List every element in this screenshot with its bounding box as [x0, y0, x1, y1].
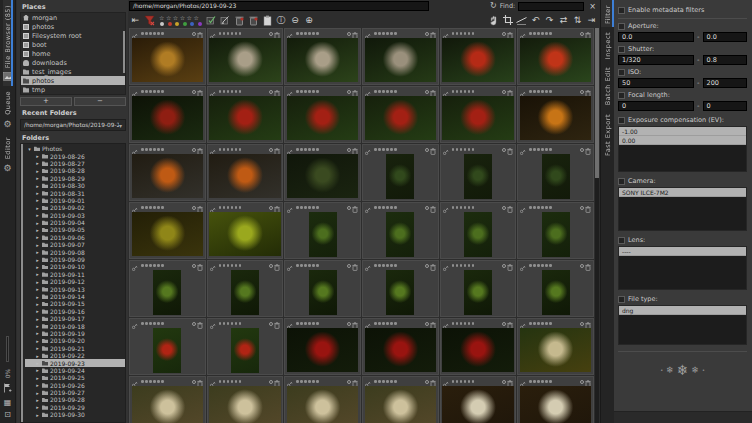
expander-icon[interactable]: ▸ [35, 316, 40, 322]
rating-dot-icon[interactable] [145, 148, 148, 151]
rating-dot-icon[interactable] [227, 148, 230, 151]
folder-item-2019-09-16[interactable]: ▸2019-09-16 [25, 308, 125, 315]
rating-dot-icon[interactable] [153, 264, 156, 267]
rating-dot-icon[interactable] [161, 32, 164, 35]
thumbnail-cell[interactable] [362, 318, 439, 375]
folder-item-2019-09-15[interactable]: ▸2019-09-15 [25, 300, 125, 307]
color-label-icon[interactable] [502, 380, 506, 384]
rating-dot-icon[interactable] [541, 322, 544, 325]
thumbnail-cell[interactable] [284, 28, 361, 85]
rating-dot-icon[interactable] [239, 32, 242, 35]
rating-dot-icon[interactable] [468, 206, 471, 209]
rating-dot-icon[interactable] [145, 206, 148, 209]
flip-horizontal-icon[interactable]: ⇄ [558, 14, 569, 27]
place-item-photos[interactable]: photos [21, 76, 125, 85]
place-item-downloads[interactable]: downloads [21, 58, 125, 67]
rating-dot-icon[interactable] [304, 90, 307, 93]
folder-item-2019-09-11[interactable]: ▸2019-09-11 [25, 271, 125, 278]
rating-dot-icon[interactable] [541, 90, 544, 93]
rank-star-icon[interactable]: ☆ [166, 15, 171, 21]
rating-dot-icon[interactable] [296, 380, 299, 383]
rating-dot-icon[interactable] [390, 322, 393, 325]
rating-dots[interactable] [452, 380, 475, 383]
rating-dot-icon[interactable] [231, 32, 234, 35]
rating-dot-icon[interactable] [460, 264, 463, 267]
rating-dot-icon[interactable] [533, 264, 536, 267]
rating-dot-icon[interactable] [308, 206, 311, 209]
tab-file-browser[interactable]: File Browser (85) [3, 0, 13, 86]
color-label-icon[interactable] [347, 380, 351, 384]
shutter-checkbox[interactable] [618, 46, 625, 53]
thumbnail-cell[interactable] [284, 376, 361, 423]
rating-dots[interactable] [529, 206, 552, 209]
rating-dot-icon[interactable] [382, 264, 385, 267]
rating-dots[interactable] [374, 32, 397, 35]
expander-icon[interactable]: ▸ [35, 367, 40, 373]
rating-dot-icon[interactable] [541, 148, 544, 151]
rating-dot-icon[interactable] [374, 90, 377, 93]
rating-dot-icon[interactable] [149, 206, 152, 209]
lens-checkbox[interactable] [618, 237, 625, 244]
rating-dot-icon[interactable] [223, 32, 226, 35]
photo-fly-agaric-small[interactable] [442, 38, 513, 82]
rating-dot-icon[interactable] [374, 32, 377, 35]
rating-dots[interactable] [529, 322, 552, 325]
rating-dot-icon[interactable] [141, 206, 144, 209]
rating-dots[interactable] [219, 90, 242, 93]
folder-root[interactable]: ▾Photos [25, 145, 125, 152]
rating-dot-icon[interactable] [456, 206, 459, 209]
rating-dot-icon[interactable] [456, 90, 459, 93]
expander-icon[interactable]: ▸ [35, 175, 40, 181]
photo-parasol-mushroom[interactable] [209, 38, 280, 82]
rating-dot-icon[interactable] [456, 264, 459, 267]
rating-dot-icon[interactable] [460, 32, 463, 35]
color-label-icon[interactable] [580, 32, 584, 36]
rating-dot-icon[interactable] [472, 206, 475, 209]
flip-vertical-icon[interactable]: ⇅ [572, 14, 583, 27]
rating-dot-icon[interactable] [157, 148, 160, 151]
rating-dot-icon[interactable] [386, 32, 389, 35]
rating-dot-icon[interactable] [239, 264, 242, 267]
places-scrollbar[interactable] [123, 31, 125, 73]
photo-mossy-forest[interactable] [153, 270, 181, 315]
rotate-left-icon[interactable]: ↶ [530, 14, 541, 27]
expander-icon[interactable]: ▸ [35, 397, 40, 403]
color-label-filter-icon[interactable] [198, 22, 202, 26]
rating-dot-icon[interactable] [472, 32, 475, 35]
tab-inspect[interactable]: Inspect [601, 27, 614, 62]
rating-dot-icon[interactable] [386, 90, 389, 93]
rating-dot-icon[interactable] [390, 206, 393, 209]
photo-autumn-forest[interactable] [132, 212, 203, 256]
rating-dot-icon[interactable] [296, 90, 299, 93]
photo-red-mushroom-dark[interactable] [287, 328, 358, 372]
color-label-icon[interactable] [192, 206, 196, 210]
rating-dot-icon[interactable] [219, 90, 222, 93]
rating-dot-icon[interactable] [231, 90, 234, 93]
rating-dot-icon[interactable] [308, 32, 311, 35]
place-item-tmp[interactable]: tmp [21, 85, 125, 94]
rating-dot-icon[interactable] [223, 90, 226, 93]
path-input[interactable]: /home/morgan/Photos/2019-09-23 [129, 1, 429, 11]
rating-dot-icon[interactable] [390, 32, 393, 35]
rank-star-icon[interactable]: ☆ [187, 15, 192, 21]
color-label-icon[interactable] [192, 32, 196, 36]
rating-dots[interactable] [374, 90, 397, 93]
photo-red-mushroom-moss[interactable] [153, 328, 181, 373]
color-label-icon[interactable] [425, 32, 429, 36]
rating-dot-icon[interactable] [545, 206, 548, 209]
rating-dots[interactable] [374, 322, 397, 325]
color-label-icon[interactable] [425, 264, 429, 268]
thumbnail-cell[interactable] [440, 376, 517, 423]
rating-dot-icon[interactable] [304, 380, 307, 383]
rating-dot-icon[interactable] [296, 32, 299, 35]
rating-dot-icon[interactable] [456, 148, 459, 151]
rating-dot-icon[interactable] [537, 380, 540, 383]
rating-dot-icon[interactable] [300, 148, 303, 151]
rating-dot-icon[interactable] [235, 322, 238, 325]
tab-queue[interactable]: Queue⚙ [3, 86, 13, 132]
zoom-in-icon[interactable]: ⊕ [304, 14, 315, 27]
thumbnail-cell[interactable] [129, 376, 206, 423]
shutter-to-input[interactable]: 0.8 [703, 55, 747, 65]
rating-dots[interactable] [374, 264, 397, 267]
rating-dot-icon[interactable] [161, 206, 164, 209]
